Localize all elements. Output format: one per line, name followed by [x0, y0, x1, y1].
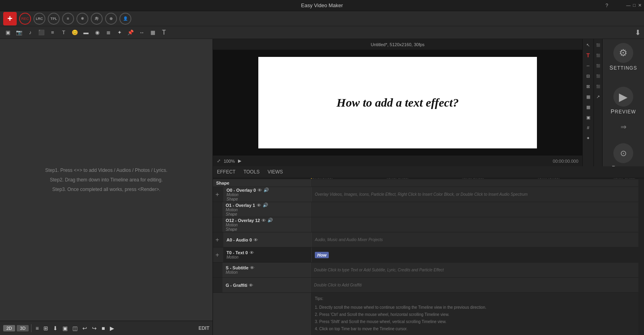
track-o1: O1 - Overlay 1 👁 🔊 Motion Shape [213, 202, 638, 217]
preview-label: PREVIEW [611, 108, 636, 115]
mode-3d-button[interactable]: 3D [17, 325, 29, 331]
tai-button[interactable]: 寿 [91, 13, 103, 25]
tb2-grid-btn[interactable]: ▦ [148, 28, 158, 37]
track-g-eye[interactable]: 👁 [249, 283, 253, 288]
tb2-lines-btn[interactable]: ≣ [103, 28, 113, 37]
lrc-button[interactable]: LRC [33, 13, 45, 25]
track-t0-add[interactable]: + [213, 251, 222, 259]
track-a0: + A0 - Audio 0 👁 Audio, Music and Audio … [213, 232, 638, 247]
ruler-timeline[interactable]: 00:00:00.000 00:00:20.000 00:00:40.000 0… [311, 178, 638, 179]
track-o1-audio[interactable]: 🔊 [263, 203, 268, 208]
tc-stop-btn[interactable]: ■ [100, 324, 106, 332]
tb2-text-btn[interactable]: T [59, 28, 68, 37]
tb2-video-btn[interactable]: ▣ [3, 28, 13, 37]
sr-btn5[interactable]: ⬛ [594, 82, 603, 91]
sr-btn3[interactable]: ⬛ [594, 61, 603, 70]
track-a0-eye[interactable]: 👁 [254, 238, 258, 242]
st-crop-btn[interactable]: ⊟ [584, 72, 593, 80]
tc-list-btn[interactable]: ≡ [34, 324, 40, 332]
tb2-pin-btn[interactable]: 📌 [126, 28, 135, 37]
rec-button[interactable]: REC [19, 13, 31, 25]
track-t0-content[interactable]: How [312, 247, 638, 262]
mode-2d-button[interactable]: 2D [3, 325, 15, 331]
tc-grid-btn[interactable]: ⊞ [42, 324, 50, 332]
tab-views[interactable]: VIEWS [267, 168, 283, 176]
tc-split-btn[interactable]: ◫ [71, 324, 79, 332]
track-s-content[interactable]: Double Click to type Text or Add Subtitl… [311, 263, 638, 277]
track-o12-content[interactable] [311, 217, 638, 232]
track-t0-eye[interactable]: 👁 [250, 250, 254, 255]
timecode: 00:00:00.000 [553, 159, 578, 164]
tb2-bar-btn[interactable]: ▬ [81, 28, 91, 37]
track-o0-content[interactable]: Overlay Videos, Images, Icons, Particle … [312, 187, 638, 202]
track-a0-name: A0 - Audio 0 [226, 238, 252, 242]
track-o0-add[interactable]: + [213, 190, 222, 199]
tc-redo-btn[interactable]: ↪ [90, 324, 98, 332]
tc-play-btn[interactable]: ▶ [108, 324, 116, 332]
st-grid2-btn[interactable]: ▦ [584, 92, 593, 101]
track-o1-content[interactable] [311, 202, 638, 217]
maximize-button[interactable]: □ [633, 3, 636, 8]
toolbar-row2: ▣ 📷 ♪ ⬛ ≡ T 😊 ▬ ◉ ≣ ✦ 📌 ↔ ▦ T ⬇ [0, 26, 644, 39]
step2-text: Step2. Drag them down into Timeline area… [50, 175, 163, 185]
track-g-hint: Double Click to Add Graffiti [314, 283, 362, 287]
tc-undo-btn[interactable]: ↩ [81, 324, 89, 332]
tb2-bigtext-btn[interactable]: T [159, 28, 169, 37]
st-text-btn[interactable]: T [584, 51, 593, 60]
track-t0-header: T0 - Text 0 👁 Motion [223, 247, 312, 262]
sr-btn4[interactable]: ⬛ [594, 72, 603, 80]
tpl-button[interactable]: TPL [48, 13, 60, 25]
tb2-expand-btn[interactable]: ↔ [137, 28, 146, 37]
tb2-star-btn[interactable]: ✦ [115, 28, 124, 37]
left-panel: Step1. Press <+> to add Videos / Audios … [0, 39, 213, 335]
tc-down-btn[interactable]: ⬇ [51, 324, 59, 332]
track-o0-eye[interactable]: 👁 [258, 188, 262, 193]
st-plus-btn[interactable]: ✦ [584, 134, 593, 142]
st-arrow-btn[interactable]: ↖ [584, 41, 593, 49]
play-footer-btn[interactable]: ▶ [238, 158, 241, 164]
sr-expand-btn[interactable]: ↗ [594, 92, 603, 101]
track-o12-audio[interactable]: 🔊 [267, 218, 273, 223]
snowflake-button[interactable]: ❄ [76, 13, 88, 25]
st-align-btn[interactable]: ⊠ [584, 82, 593, 91]
track-a0-content[interactable]: Audio, Music and Audio Mixer Projects [312, 232, 638, 247]
download-button[interactable]: ⬇ [635, 28, 641, 37]
mic-button[interactable]: ⊕ [105, 13, 117, 25]
timeline-scrollbar[interactable] [638, 178, 644, 335]
tb2-circle-btn[interactable]: ◉ [92, 28, 102, 37]
track-o0-audio[interactable]: 🔊 [263, 187, 269, 193]
add-button[interactable]: + [3, 12, 17, 25]
user-button[interactable]: 👤 [119, 13, 131, 25]
minimize-button[interactable]: — [626, 3, 630, 8]
text-clip[interactable]: How [315, 252, 329, 258]
list-button[interactable]: ≡ [62, 13, 74, 25]
preview-button[interactable]: ▶ PREVIEW [607, 87, 640, 115]
edit-button[interactable]: EDIT [199, 325, 209, 331]
track-o12-eye[interactable]: 👁 [262, 218, 266, 223]
help-button[interactable]: ? [605, 3, 608, 8]
tb2-photo-btn[interactable]: 📷 [14, 28, 24, 37]
tc-square-btn[interactable]: ▣ [61, 324, 69, 332]
tb2-audio-btn[interactable]: ♪ [25, 28, 35, 37]
tb2-emoji-btn[interactable]: 😊 [70, 28, 80, 37]
tab-tools[interactable]: TOOLS [244, 168, 260, 176]
tab-effect[interactable]: EFFECT [217, 168, 236, 176]
rp-arrow[interactable]: ⇒ [621, 123, 626, 131]
settings-button[interactable]: ⚙ SETTINGS [607, 43, 640, 71]
track-o1-eye[interactable]: 👁 [257, 203, 261, 208]
st-hash-btn[interactable]: # [584, 123, 593, 132]
sr-btn1[interactable]: ⬛ [594, 41, 603, 49]
st-fit-btn[interactable]: ↔ [584, 61, 593, 70]
tb2-list-btn[interactable]: ≡ [48, 28, 57, 37]
st-box-btn[interactable]: ▣ [584, 113, 593, 122]
timeline-controls: 2D 3D ≡ ⊞ ⬇ ▣ ◫ ↩ ↪ ■ ▶ EDIT [0, 321, 213, 335]
tips-content: Tips: 1. Directly scroll the mouse wheel… [311, 293, 638, 335]
sr-btn2[interactable]: ⬛ [594, 51, 603, 60]
tb2-color-btn[interactable]: ⬛ [37, 28, 46, 37]
track-a0-add[interactable]: + [213, 236, 222, 244]
track-o0-sub2: Shape [226, 197, 308, 201]
st-chart-btn[interactable]: ▦ [584, 103, 593, 111]
track-s-eye[interactable]: 👁 [250, 265, 254, 270]
close-button[interactable]: ✕ [638, 3, 642, 8]
track-g-content[interactable]: Double Click to Add Graffiti [311, 278, 638, 292]
